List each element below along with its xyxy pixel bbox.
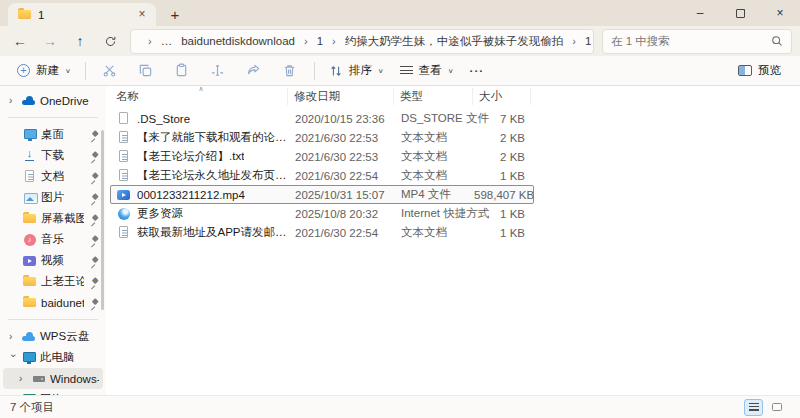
breadcrumb-separator: › [332,35,336,47]
large-icons-view-button[interactable] [767,399,786,416]
sidebar-item-music[interactable]: 音乐 [3,229,103,250]
sidebar-item-network[interactable]: › 网络 [3,389,103,395]
cut-button[interactable] [93,58,127,84]
breadcrumb-segment[interactable]: baidunetdiskdownload [181,35,295,47]
table-row[interactable]: 更多资源 2025/10/8 20:32 Internet 快捷方式 1 KB [110,204,534,223]
share-icon [246,63,261,78]
download-icon [23,149,36,162]
sidebar-item-label: WPS云盘 [40,329,99,344]
refresh-button[interactable] [96,28,124,54]
preview-toggle-button[interactable]: 预览 [731,58,788,84]
navigation-bar: ← → ↑ › … baidunetdiskdownload › 1 › 约操大… [0,26,800,56]
new-tab-button[interactable]: + [164,4,186,26]
more-options-button[interactable]: ··· [463,58,492,84]
wps-cloud-icon [22,330,35,343]
sidebar-item-videos[interactable]: 视频 [3,250,103,271]
back-button[interactable]: ← [6,28,34,54]
breadcrumb-segment[interactable]: 1 [317,35,323,47]
forward-button[interactable]: → [36,28,64,54]
table-row[interactable]: 【来了就能下载和观看的论坛，纯免费！】.txt 2021/6/30 22:53 … [110,128,534,147]
copy-icon [138,63,153,78]
breadcrumb-segment[interactable]: 约操大奶学生妹，中途似乎被妹子发现偷拍 [345,34,564,49]
sidebar-item-laowang-folder[interactable]: 上老王论坛当 [3,271,103,292]
sort-ascending-icon: ∧ [199,85,204,93]
sidebar-item-pictures[interactable]: 图片 [3,187,103,208]
column-header-label: 修改日期 [294,89,340,104]
sidebar-scrollbar[interactable] [101,130,104,310]
column-headers: 名称 ∧ 修改日期 类型 大小 [110,88,800,105]
file-size: 1 KB [474,170,532,182]
sidebar-item-this-pc[interactable]: › 此电脑 [3,347,103,368]
file-name: 获取最新地址及APP请发邮箱自动获取.txt [137,225,289,240]
sidebar-item-label: 下载 [41,148,84,163]
preview-label: 预览 [758,63,781,78]
file-date: 2021/6/30 22:53 [289,151,395,163]
pin-icon [89,235,99,245]
view-button[interactable]: 查看 ∨ [393,58,461,84]
sidebar-item-onedrive[interactable]: › OneDrive [3,90,103,111]
table-row[interactable]: .DS_Store 2020/10/15 23:36 DS_STORE 文件 7… [110,109,534,128]
up-button[interactable]: ↑ [66,28,94,54]
column-header-label: 名称 [116,89,139,104]
more-icon: ··· [470,65,485,77]
column-header-name[interactable]: 名称 ∧ [110,88,288,105]
tab-close-icon[interactable]: × [134,7,150,23]
share-button[interactable] [237,58,271,84]
column-header-type[interactable]: 类型 [394,88,473,105]
file-type: 文本文档 [395,130,474,145]
column-header-size[interactable]: 大小 [473,88,531,105]
sidebar-item-windows-ssd[interactable]: › Windows-SSD [3,368,103,389]
sidebar-item-label: 文档 [41,169,84,184]
file-date: 2025/10/8 20:32 [289,208,395,220]
sidebar-item-screenshots[interactable]: 屏幕截图 [3,208,103,229]
search-input[interactable] [611,35,771,47]
breadcrumb-collapsed[interactable]: … [161,35,173,47]
breadcrumb-segment[interactable]: 1 [585,35,591,47]
file-name: .DS_Store [137,113,190,125]
trash-icon [282,63,297,78]
sidebar-divider [8,319,98,320]
file-size: 598,407 KB [474,189,532,201]
sort-button[interactable]: 排序 ∨ [322,58,391,84]
file-type: MP4 文件 [395,187,474,202]
column-header-label: 类型 [400,89,423,104]
sidebar-item-desktop[interactable]: 桌面 [3,124,103,145]
maximize-restore-button[interactable] [720,0,760,26]
copy-button[interactable] [129,58,163,84]
file-type: DS_STORE 文件 [395,111,474,126]
rename-icon [210,63,225,78]
view-label: 查看 [419,63,442,78]
file-size: 1 KB [474,208,532,220]
network-icon [22,393,35,395]
file-type-icon [117,169,130,182]
file-type-icon [117,112,130,125]
sidebar-item-downloads[interactable]: 下载 [3,145,103,166]
file-date: 2021/6/30 22:53 [289,132,395,144]
drive-icon [32,372,45,385]
table-row[interactable]: 【老王论坛介绍】.txt 2021/6/30 22:53 文本文档 2 KB [110,147,534,166]
delete-button[interactable] [273,58,307,84]
toolbar-divider [85,62,86,80]
table-row-selected[interactable]: 0001233211212.mp4 2025/10/31 15:07 MP4 文… [110,185,534,204]
folder-icon [23,212,36,225]
file-date: 2020/10/15 23:36 [289,113,395,125]
file-name: 0001233211212.mp4 [137,189,245,201]
rename-button[interactable] [201,58,235,84]
column-header-date[interactable]: 修改日期 [288,88,394,105]
music-icon [23,233,36,246]
sidebar-item-baidunetdisk[interactable]: baidunetdisl [3,292,103,313]
paste-button[interactable] [165,58,199,84]
sidebar-item-wps-cloud[interactable]: › WPS云盘 [3,326,103,347]
thumbnails-view-icon [772,403,782,411]
new-button[interactable]: 新建 ∨ [10,58,78,84]
address-bar[interactable]: › … baidunetdiskdownload › 1 › 约操大奶学生妹，中… [130,29,594,54]
sidebar-item-label: Windows-SSD [50,373,99,385]
table-row[interactable]: 获取最新地址及APP请发邮箱自动获取.txt 2021/6/30 22:54 文… [110,223,534,242]
close-window-button[interactable]: × [760,0,800,26]
minimize-button[interactable]: – [680,0,720,26]
table-row[interactable]: 【老王论坛永久地址发布页】.txt 2021/6/30 22:54 文本文档 1… [110,166,534,185]
breadcrumb-separator: › [572,35,576,47]
details-view-button[interactable] [744,399,763,416]
tab-current-folder[interactable]: 1 × [8,3,156,26]
sidebar-item-documents[interactable]: 文档 [3,166,103,187]
